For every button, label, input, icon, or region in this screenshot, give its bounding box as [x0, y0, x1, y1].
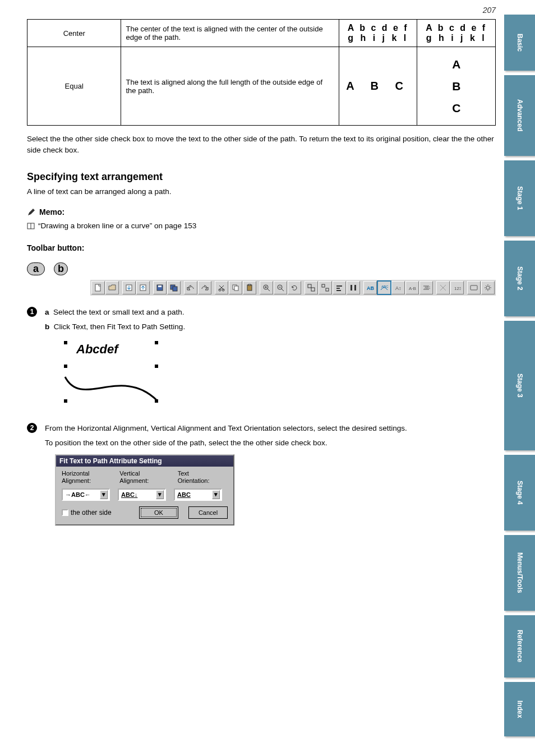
display-icon[interactable] — [467, 281, 481, 294]
other-side-checkbox[interactable]: the other side — [62, 509, 129, 517]
memo-link[interactable]: “Drawing a broken line or a curve” on pa… — [27, 220, 496, 233]
cell-equal-label: Equal — [27, 47, 121, 126]
svg-rect-30 — [354, 285, 356, 291]
page-number: 207 — [483, 6, 496, 15]
tab-stage4[interactable]: Stage 4 — [504, 455, 535, 531]
svg-rect-27 — [336, 288, 340, 289]
settings-icon[interactable] — [481, 281, 495, 294]
step-1-bullet: 1 — [27, 307, 37, 317]
svg-rect-23 — [311, 288, 315, 291]
selection-illustration: Abcdef — [54, 336, 496, 412]
v-align-label: Vertical Alignment: — [119, 470, 169, 485]
chevron-down-icon: ▾ — [156, 490, 164, 499]
undo-icon[interactable] — [184, 281, 197, 294]
align-icon[interactable] — [333, 281, 346, 294]
saveas-icon[interactable] — [167, 281, 181, 294]
stitch-b-icon[interactable]: 123 — [450, 281, 464, 294]
svg-text:Abcdef: Abcdef — [76, 342, 119, 356]
svg-rect-14 — [248, 284, 251, 285]
alignment-table: Center The center of the text is aligned… — [27, 19, 496, 126]
pointer-a: a — [27, 262, 45, 275]
svg-rect-6 — [158, 285, 162, 287]
text-attr-icon[interactable]: ABC — [363, 281, 377, 294]
export-icon[interactable] — [136, 281, 150, 294]
chapter-tabs: Basic Advanced Stage 1 Stage 2 Stage 3 S… — [504, 15, 535, 741]
svg-rect-25 — [326, 288, 329, 291]
zoomin-icon[interactable] — [260, 281, 273, 294]
step1-line2: Click Text, then Fit Text to Path Settin… — [54, 322, 185, 331]
ok-button[interactable]: OK — [139, 506, 178, 519]
equal-v-a: A — [452, 58, 460, 70]
tab-menus[interactable]: Menus/Tools — [504, 535, 535, 611]
section-para: A line of text can be arranged along a p… — [27, 186, 496, 197]
svg-line-16 — [268, 289, 270, 291]
tab-stage3[interactable]: Stage 3 — [504, 321, 535, 450]
cell-equal-sample-v: A B C — [417, 47, 496, 126]
orient-select[interactable]: ABC ▾ — [174, 488, 222, 501]
tab-stage1[interactable]: Stage 1 — [504, 160, 535, 236]
tab-index[interactable]: Index — [504, 682, 535, 736]
pencil-icon — [27, 208, 36, 216]
import-icon[interactable] — [122, 281, 136, 294]
pointer-b-ref: b — [45, 322, 52, 331]
svg-rect-43 — [64, 365, 67, 368]
fit-text-dialog: Fit Text to Path Attribute Setting Horiz… — [55, 454, 234, 525]
svg-text:A↕: A↕ — [395, 285, 402, 291]
tab-basic[interactable]: Basic — [504, 15, 535, 71]
equal-v-b: B — [452, 80, 460, 92]
h-align-select[interactable]: →ABC← ▾ — [62, 488, 110, 501]
toolbar: ABC ABC A↕ A·B ABC 123 — [90, 280, 496, 296]
text-char-icon[interactable]: A·B — [405, 281, 419, 294]
text-orient-icon[interactable]: A↕ — [391, 281, 405, 294]
sample-line2: g h i j k l — [348, 33, 408, 43]
svg-rect-39 — [471, 285, 477, 290]
text-line-icon[interactable]: ABC — [419, 281, 433, 294]
stitch-a-icon[interactable] — [436, 281, 450, 294]
h-align-label: Horizontal Alignment: — [62, 470, 112, 485]
refresh-icon[interactable] — [288, 281, 301, 294]
paste-icon[interactable] — [243, 281, 256, 294]
cell-equal-sample-h: A B C — [339, 47, 417, 126]
memo-label: Memo: — [39, 208, 64, 216]
open-icon[interactable] — [105, 281, 119, 294]
fit-text-path-icon[interactable]: ABC — [377, 281, 391, 294]
svg-rect-24 — [322, 284, 325, 287]
group-icon[interactable] — [305, 281, 318, 294]
section-title: Specifying text arrangement — [27, 171, 496, 183]
zoomout-icon[interactable] — [274, 281, 287, 294]
svg-line-20 — [282, 289, 284, 291]
new-icon[interactable] — [91, 281, 105, 294]
svg-point-40 — [486, 286, 490, 289]
orient-label: Text Orientation: — [178, 470, 228, 485]
v-align-select[interactable]: ABC↓ ▾ — [118, 488, 166, 501]
copy-icon[interactable] — [229, 281, 242, 294]
tab-stage2[interactable]: Stage 2 — [504, 241, 535, 316]
toolbar-button-label: Toolbar button: — [27, 243, 496, 252]
tab-advanced[interactable]: Advanced — [504, 75, 535, 156]
tab-reference[interactable]: Reference — [504, 615, 535, 677]
svg-rect-8 — [173, 287, 177, 291]
svg-rect-12 — [234, 286, 238, 291]
dist-icon[interactable] — [347, 281, 360, 294]
other-side-paragraph: Select the the other side check box to m… — [27, 133, 496, 156]
cancel-button[interactable]: Cancel — [188, 506, 228, 519]
cell-center-sample-h: A b c d e f g h i j k l — [339, 20, 417, 47]
cell-center-label: Center — [27, 20, 121, 47]
svg-rect-22 — [308, 284, 311, 288]
cell-equal-desc: The text is aligned along the full lengt… — [121, 47, 339, 126]
step2-line2: To position the text on the other side o… — [45, 437, 407, 449]
pointer-a-ref: a — [45, 308, 51, 316]
equal-v-c: C — [452, 102, 460, 114]
redo-icon[interactable] — [198, 281, 211, 294]
sample-line1: A b c d e f — [348, 23, 409, 33]
cell-center-sample-v: A b c d e f g h i j k l — [417, 20, 496, 47]
svg-text:ABC: ABC — [425, 286, 430, 289]
ungroup-icon[interactable] — [319, 281, 332, 294]
book-icon — [27, 222, 35, 230]
cut-icon[interactable] — [215, 281, 228, 294]
sample-line2b: g h i j k l — [426, 33, 487, 43]
svg-text:ABC: ABC — [367, 285, 374, 291]
svg-text:A·B: A·B — [409, 286, 416, 291]
save-icon[interactable] — [153, 281, 167, 294]
svg-rect-26 — [336, 285, 342, 287]
